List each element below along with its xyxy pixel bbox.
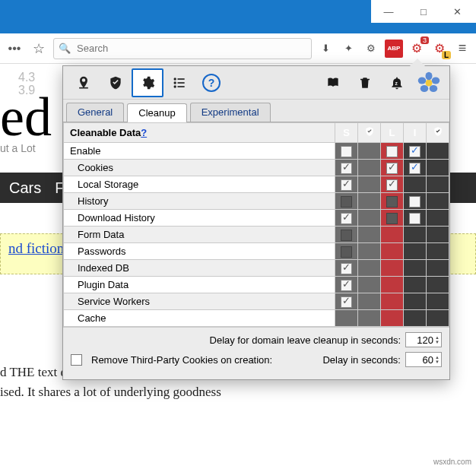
checkbox[interactable] <box>386 196 398 208</box>
checkbox[interactable] <box>409 146 420 157</box>
checkbox[interactable] <box>386 179 398 191</box>
data-cell[interactable] <box>404 160 427 176</box>
checkbox[interactable] <box>409 163 420 174</box>
settings-gear-icon[interactable]: ⚙ <box>362 40 380 58</box>
data-cell[interactable] <box>381 210 404 227</box>
help-icon[interactable]: ? <box>195 68 227 97</box>
data-cell[interactable] <box>381 160 404 176</box>
data-cell[interactable] <box>404 260 427 277</box>
data-cell[interactable] <box>427 293 449 310</box>
data-cell[interactable] <box>335 227 358 243</box>
delay-input[interactable]: 60 ▲▼ <box>405 352 442 367</box>
nav-item-cars[interactable]: Cars <box>9 179 41 197</box>
data-cell[interactable] <box>404 277 427 293</box>
data-cell[interactable] <box>381 227 404 243</box>
checkbox[interactable] <box>341 179 352 191</box>
data-cell[interactable] <box>335 176 358 193</box>
data-cell[interactable] <box>404 143 427 160</box>
remove-third-party-checkbox[interactable] <box>71 354 82 366</box>
data-cell[interactable] <box>427 227 449 243</box>
search-input[interactable] <box>75 42 306 55</box>
data-cell[interactable] <box>427 310 449 327</box>
data-cell[interactable] <box>381 143 404 160</box>
data-cell[interactable] <box>358 310 381 327</box>
bookmark-star-icon[interactable]: ☆ <box>29 39 49 59</box>
data-cell[interactable] <box>427 243 449 260</box>
checkbox[interactable] <box>341 163 352 174</box>
data-cell[interactable] <box>358 160 381 176</box>
data-cell[interactable] <box>427 176 449 193</box>
data-cell[interactable] <box>358 193 381 210</box>
spinner-down-icon[interactable]: ▼ <box>435 360 440 364</box>
app-menu-icon[interactable]: ≡ <box>453 40 471 58</box>
data-cell[interactable] <box>404 193 427 210</box>
spinner-down-icon[interactable]: ▼ <box>435 340 440 344</box>
data-cell[interactable] <box>381 260 404 277</box>
data-cell[interactable] <box>381 310 404 327</box>
window-maximize-button[interactable]: □ <box>406 0 441 23</box>
data-cell[interactable] <box>335 143 358 160</box>
window-close-button[interactable]: ✕ <box>441 0 476 23</box>
data-cell[interactable] <box>404 310 427 327</box>
data-cell[interactable] <box>358 210 381 227</box>
downloads-icon[interactable]: ⬇ <box>316 40 335 58</box>
window-minimize-button[interactable]: — <box>371 0 406 23</box>
data-cell[interactable] <box>335 243 358 260</box>
adblock-plus-icon[interactable]: ABP <box>385 40 403 58</box>
data-cell[interactable] <box>427 143 449 160</box>
data-cell[interactable] <box>358 143 381 160</box>
checkbox[interactable] <box>341 213 352 224</box>
data-cell[interactable] <box>404 210 427 227</box>
data-cell[interactable] <box>404 176 427 193</box>
data-cell[interactable] <box>427 260 449 277</box>
checkbox[interactable] <box>386 146 398 157</box>
red-shield-icon[interactable]: ⚙L <box>430 40 449 58</box>
checkbox[interactable] <box>341 280 352 291</box>
data-cell[interactable] <box>404 227 427 243</box>
settings-gear-tab-icon[interactable] <box>132 68 163 97</box>
red-settings-icon[interactable]: ⚙3 <box>408 40 426 58</box>
help-link[interactable]: ? <box>141 127 147 138</box>
data-cell[interactable] <box>335 260 358 277</box>
data-cell[interactable] <box>427 277 449 293</box>
checkbox[interactable] <box>341 196 352 208</box>
data-cell[interactable] <box>335 293 358 310</box>
location-pin-icon[interactable] <box>68 68 100 97</box>
data-cell[interactable] <box>381 176 404 193</box>
tab-cleanup[interactable]: Cleanup <box>127 103 186 122</box>
data-cell[interactable] <box>427 160 449 176</box>
data-cell[interactable] <box>427 210 449 227</box>
search-box[interactable]: 🔍 <box>53 38 312 59</box>
bell-snooze-icon[interactable]: z <box>381 68 413 97</box>
data-cell[interactable] <box>404 293 427 310</box>
checkbox[interactable] <box>341 146 352 157</box>
book-icon[interactable] <box>317 68 349 97</box>
data-cell[interactable] <box>381 277 404 293</box>
data-cell[interactable] <box>381 243 404 260</box>
trash-icon[interactable] <box>349 68 381 97</box>
data-cell[interactable] <box>335 210 358 227</box>
data-cell[interactable] <box>358 227 381 243</box>
checkbox[interactable] <box>341 246 352 258</box>
data-cell[interactable] <box>358 260 381 277</box>
tab-experimental[interactable]: Experimental <box>190 103 271 122</box>
delay-domain-input[interactable]: 120 ▲▼ <box>405 332 442 347</box>
data-cell[interactable] <box>381 193 404 210</box>
checkbox[interactable] <box>386 163 398 174</box>
checkbox[interactable] <box>409 213 420 224</box>
data-cell[interactable] <box>404 243 427 260</box>
data-cell[interactable] <box>358 176 381 193</box>
fiction-link[interactable]: nd fiction <box>8 240 64 256</box>
forget-me-not-flower-icon[interactable] <box>413 68 445 97</box>
data-cell[interactable] <box>358 277 381 293</box>
data-cell[interactable] <box>381 293 404 310</box>
data-cell[interactable] <box>427 193 449 210</box>
data-cell[interactable] <box>335 193 358 210</box>
data-cell[interactable] <box>358 243 381 260</box>
data-cell[interactable] <box>335 160 358 176</box>
list-icon[interactable] <box>163 68 195 97</box>
shield-check-icon[interactable] <box>100 68 132 97</box>
checkbox[interactable] <box>341 296 352 308</box>
page-actions-more-icon[interactable]: ••• <box>5 39 24 59</box>
checkbox[interactable] <box>409 196 420 208</box>
